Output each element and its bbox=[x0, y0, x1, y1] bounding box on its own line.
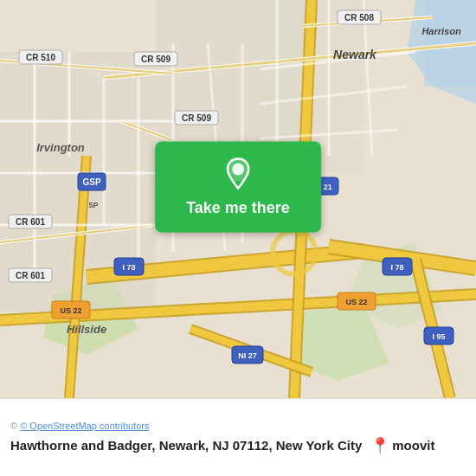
address-line: Hawthorne and Badger, Newark, NJ 07112, … bbox=[10, 436, 466, 455]
svg-text:US 22: US 22 bbox=[60, 306, 81, 315]
take-me-there-label: Take me there bbox=[186, 199, 290, 217]
moovit-logo: 📍 moovit bbox=[370, 436, 434, 455]
svg-text:Irvington: Irvington bbox=[36, 141, 85, 154]
address-text: Hawthorne and Badger, Newark, NJ 07112, … bbox=[10, 438, 362, 453]
svg-text:Hillside: Hillside bbox=[67, 323, 106, 336]
location-pin-icon bbox=[224, 158, 252, 192]
svg-text:5P: 5P bbox=[88, 201, 98, 209]
svg-text:CR 510: CR 510 bbox=[26, 53, 55, 62]
svg-text:I 78: I 78 bbox=[122, 263, 135, 272]
svg-text:Harrison: Harrison bbox=[421, 26, 461, 36]
svg-text:GSP: GSP bbox=[82, 177, 100, 187]
svg-text:Newark: Newark bbox=[333, 48, 377, 61]
moovit-brand-text: moovit bbox=[392, 438, 434, 453]
map-container: CR 510 CR 509 CR 509 CR 508 CR 601 CR 60… bbox=[0, 0, 476, 398]
svg-text:NI 27: NI 27 bbox=[238, 351, 257, 360]
svg-text:CR 601: CR 601 bbox=[16, 271, 45, 280]
svg-text:I 95: I 95 bbox=[432, 332, 445, 341]
svg-text:I 78: I 78 bbox=[390, 263, 403, 272]
svg-text:CR 508: CR 508 bbox=[344, 13, 374, 23]
moovit-pin-icon: 📍 bbox=[370, 436, 389, 455]
svg-text:CR 509: CR 509 bbox=[182, 113, 211, 123]
take-me-there-button[interactable]: Take me there bbox=[155, 142, 321, 233]
copyright-line: © © OpenStreetMap contributors bbox=[10, 421, 466, 431]
svg-point-84 bbox=[232, 164, 244, 176]
svg-text:CR 601: CR 601 bbox=[16, 217, 45, 227]
osm-link[interactable]: © OpenStreetMap contributors bbox=[20, 421, 149, 431]
footer: © © OpenStreetMap contributors Hawthorne… bbox=[0, 398, 476, 476]
copyright-symbol: © bbox=[10, 421, 17, 431]
svg-text:US 22: US 22 bbox=[345, 298, 367, 306]
svg-text:CR 509: CR 509 bbox=[141, 55, 170, 64]
